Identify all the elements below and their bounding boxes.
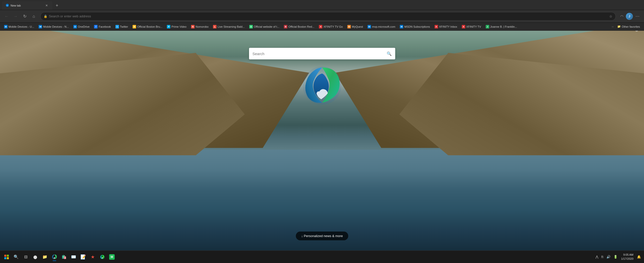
bookmark-item-1[interactable]: MMobile Devices - N...	[37, 24, 71, 29]
bookmark-item-4[interactable]: tTwitter	[113, 24, 130, 29]
bookmark-item-10[interactable]: BOfficial Boston Red...	[282, 24, 316, 29]
bookmark-favicon-15: X	[435, 25, 438, 28]
bookmark-favicon-8: L	[213, 25, 217, 28]
bookmark-item-6[interactable]: PPrime Video	[165, 24, 189, 29]
bookmark-item-3[interactable]: fFacebook	[92, 24, 113, 29]
folder-icon: 📁	[617, 25, 621, 28]
bookmark-label-13: mvp.microsoft.com	[372, 25, 395, 28]
tab-favicon: e	[6, 4, 9, 8]
bookmark-favicon-3: f	[94, 25, 98, 28]
bookmark-favicon-17: J	[486, 25, 489, 28]
edge-dev-button[interactable]	[98, 252, 107, 261]
bookmark-favicon-9: O	[249, 25, 253, 28]
bookmark-label-7: Nomorobo	[196, 25, 208, 28]
mail-button[interactable]: ✉️	[69, 252, 78, 261]
bookmark-item-9[interactable]: OOfficial website of t...	[247, 24, 281, 29]
other-favorites-folder[interactable]: 📁 Other favorites	[615, 24, 642, 29]
bookmark-item-15[interactable]: XXFINITY Inbox	[433, 24, 459, 29]
settings-more-button[interactable]: ⋯	[633, 12, 641, 20]
volume-icon[interactable]: 🔊	[605, 254, 611, 260]
bookmark-item-17[interactable]: JJoanne B. | Franklin...	[484, 24, 519, 29]
battery-icon[interactable]: 🔋	[612, 254, 619, 260]
page-search-icon: 🔍	[387, 51, 392, 56]
bookmarks-bar: MMobile Devices - U...MMobile Devices - …	[0, 23, 644, 31]
other-favorites-label: Other favorites	[622, 25, 640, 28]
unknown-green-app-button[interactable]: M	[107, 252, 116, 261]
bookmark-label-1: Mobile Devices - N...	[43, 25, 69, 28]
browser-chrome: e New tab ✕ + ← → ↻ ⌂ 🔒 ☆ ◠ J ⋯ MMobile …	[0, 0, 644, 23]
nav-right-buttons: ◠ J ⋯	[618, 12, 641, 20]
edge-logo	[302, 65, 342, 106]
bookmark-label-14: MSDN Subscriptions	[404, 25, 430, 28]
bookmark-label-0: Mobile Devices - U...	[9, 25, 34, 28]
bookmark-favicon-4: t	[115, 25, 119, 28]
bookmark-label-4: Twitter	[120, 25, 128, 28]
page-search-bar: 🔍	[249, 48, 395, 59]
tab-bar: e New tab ✕ +	[0, 0, 644, 10]
bookmark-label-10: Official Boston Red...	[288, 25, 314, 28]
bookmark-item-8[interactable]: LLive Streaming Bald...	[211, 24, 247, 29]
nav-bar: ← → ↻ ⌂ 🔒 ☆ ◠ J ⋯	[0, 10, 644, 23]
task-view-button[interactable]: ⊟	[21, 252, 30, 261]
show-hidden-icons[interactable]: ⋀	[595, 254, 599, 260]
cortana-icon: ⬤	[33, 255, 37, 259]
new-tab-page: ⚙ 🔍	[0, 23, 644, 250]
bookmark-item-7[interactable]: NNomorobo	[189, 24, 210, 29]
new-tab-button[interactable]: +	[53, 2, 60, 9]
system-tray: ⋀ ⎘ 🔊 🔋 9:05 AM 1/17/2020 🔔	[595, 252, 642, 261]
unknown-red-app-button[interactable]: ★	[88, 252, 97, 261]
store-button[interactable]: 🛍️	[59, 252, 69, 261]
bookmark-favicon-12: M	[347, 25, 351, 28]
bookmark-favicon-10: B	[284, 25, 287, 28]
bookmark-label-2: OneDrive	[78, 25, 89, 28]
bookmark-item-12[interactable]: MMyQuest	[345, 24, 365, 29]
sticky-notes-button[interactable]: 📝	[79, 252, 88, 261]
bookmark-item-2[interactable]: OOneDrive	[71, 24, 91, 29]
personalized-news-button[interactable]: ↓ Personalized news & more	[296, 232, 348, 240]
lock-icon: 🔒	[44, 15, 47, 18]
cortana-button[interactable]: ⬤	[31, 252, 40, 261]
bookmark-favicon-0: M	[4, 25, 8, 28]
address-bar-input[interactable]	[49, 14, 608, 18]
bookmark-favicon-7: N	[191, 25, 195, 28]
start-button[interactable]	[2, 252, 11, 261]
bookmark-item-0[interactable]: MMobile Devices - U...	[2, 24, 36, 29]
refresh-button[interactable]: ↻	[21, 12, 29, 20]
bookmark-item-16[interactable]: XXFINITY TV	[460, 24, 483, 29]
extensions-button[interactable]: ◠	[618, 13, 625, 20]
bookmark-label-15: XFINITY Inbox	[439, 25, 457, 28]
bookmarks-overflow-button[interactable]: ››	[611, 25, 615, 28]
bookmark-label-9: Official website of t...	[254, 25, 279, 28]
search-icon: 🔍	[14, 254, 19, 259]
bookmark-item-13[interactable]: Mmvp.microsoft.com	[365, 24, 397, 29]
taskbar-clock[interactable]: 9:05 AM 1/17/2020	[620, 252, 635, 261]
bookmark-item-11[interactable]: XXFINITY TV Go	[317, 24, 345, 29]
home-button[interactable]: ⌂	[30, 12, 38, 20]
tab-close-button[interactable]: ✕	[44, 3, 49, 8]
taskbar-search-button[interactable]: 🔍	[12, 252, 21, 261]
bookmark-label-8: Live Streaming Bald...	[218, 25, 245, 28]
notifications-button[interactable]: 🔔	[636, 254, 642, 260]
forward-button[interactable]: →	[12, 12, 20, 20]
bookmark-favicon-11: X	[319, 25, 322, 28]
network-icon[interactable]: ⎘	[600, 254, 604, 260]
file-explorer-button[interactable]: 📁	[40, 252, 49, 261]
task-view-icon: ⊟	[24, 254, 27, 259]
bookmark-favicon-6: P	[167, 25, 170, 28]
bookmark-favicon-1: M	[39, 25, 42, 28]
taskbar: 🔍 ⊟ ⬤ 📁	[0, 250, 644, 263]
bookmark-label-12: MyQuest	[352, 25, 363, 28]
page-search-input[interactable]	[253, 52, 387, 56]
profile-avatar[interactable]: J	[626, 13, 633, 20]
edge-taskbar-button[interactable]	[50, 252, 59, 261]
edge-dev-icon	[100, 254, 105, 259]
red-app-icon: ★	[91, 254, 95, 260]
sticky-notes-icon: 📝	[80, 254, 86, 260]
bookmark-item-5[interactable]: BOfficial Boston Bru...	[131, 24, 164, 29]
bookmark-label-17: Joanne B. | Franklin...	[490, 25, 517, 28]
bookmark-label-16: XFINITY TV	[466, 25, 481, 28]
active-tab[interactable]: e New tab ✕	[2, 1, 52, 10]
bookmark-item-14[interactable]: MMSDN Subscriptions	[398, 24, 432, 29]
back-button[interactable]: ←	[3, 12, 11, 20]
star-icon[interactable]: ☆	[609, 14, 612, 18]
